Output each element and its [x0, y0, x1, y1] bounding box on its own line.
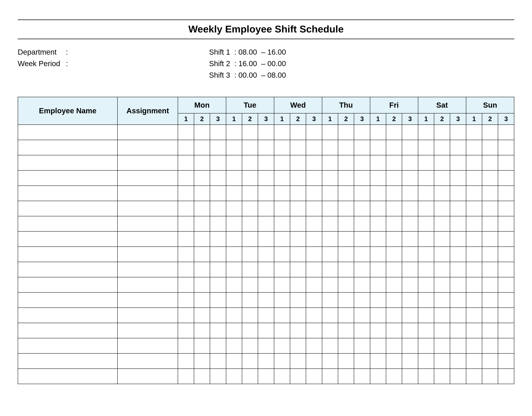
- cell-shift: [242, 201, 258, 216]
- cell-shift: [482, 247, 498, 262]
- cell-shift: [370, 247, 386, 262]
- cell-shift: [418, 125, 434, 140]
- table-row: [18, 308, 514, 323]
- cell-shift: [498, 323, 514, 338]
- header-shiftnum: 2: [338, 113, 354, 125]
- cell-employee: [18, 323, 117, 338]
- cell-shift: [466, 338, 482, 353]
- cell-shift: [498, 262, 514, 277]
- cell-shift: [482, 170, 498, 186]
- cell-shift: [178, 338, 194, 353]
- cell-shift: [402, 231, 418, 247]
- cell-shift: [178, 231, 194, 247]
- cell-shift: [386, 140, 402, 155]
- header-day-tue: Tue: [226, 97, 274, 113]
- cell-shift: [258, 308, 274, 323]
- shift-1-line: Shift 1 : 08.00 – 16.00: [209, 46, 514, 58]
- cell-shift: [322, 353, 338, 369]
- cell-shift: [210, 231, 226, 247]
- cell-shift: [466, 353, 482, 369]
- cell-shift: [354, 216, 370, 231]
- cell-employee: [18, 216, 117, 231]
- header-shiftnum: 2: [434, 113, 450, 125]
- schedule-body: [18, 125, 514, 384]
- cell-shift: [370, 216, 386, 231]
- cell-shift: [274, 353, 290, 369]
- cell-shift: [322, 186, 338, 201]
- cell-shift: [498, 125, 514, 140]
- cell-shift: [338, 140, 354, 155]
- header-shiftnum: 1: [466, 113, 482, 125]
- cell-shift: [482, 186, 498, 201]
- cell-shift: [178, 125, 194, 140]
- cell-shift: [178, 216, 194, 231]
- cell-shift: [482, 216, 498, 231]
- cell-shift: [370, 125, 386, 140]
- cell-shift: [242, 292, 258, 308]
- cell-shift: [290, 186, 306, 201]
- cell-shift: [306, 262, 322, 277]
- header-shiftnum: 3: [498, 113, 514, 125]
- header-shiftnum: 3: [354, 113, 370, 125]
- cell-shift: [418, 277, 434, 292]
- cell-shift: [274, 292, 290, 308]
- cell-shift: [290, 231, 306, 247]
- cell-shift: [338, 231, 354, 247]
- header-shiftnum: 3: [210, 113, 226, 125]
- cell-shift: [370, 140, 386, 155]
- shift-3-line: Shift 3 : 00.00 – 08.00: [209, 69, 514, 81]
- cell-shift: [242, 186, 258, 201]
- cell-shift: [178, 170, 194, 186]
- header-assignment: Assignment: [117, 97, 178, 125]
- cell-shift: [498, 353, 514, 369]
- cell-shift: [434, 170, 450, 186]
- cell-shift: [466, 201, 482, 216]
- cell-shift: [466, 308, 482, 323]
- table-row: [18, 292, 514, 308]
- cell-shift: [354, 140, 370, 155]
- cell-shift: [210, 140, 226, 155]
- cell-shift: [450, 216, 466, 231]
- cell-shift: [178, 140, 194, 155]
- cell-shift: [482, 140, 498, 155]
- cell-shift: [226, 323, 242, 338]
- cell-shift: [178, 247, 194, 262]
- cell-shift: [482, 323, 498, 338]
- cell-shift: [226, 170, 242, 186]
- cell-shift: [482, 262, 498, 277]
- cell-shift: [482, 353, 498, 369]
- header-day-sat: Sat: [418, 97, 466, 113]
- schedule-table: Employee Name Assignment Mon Tue Wed Thu…: [18, 97, 514, 384]
- table-row: [18, 247, 514, 262]
- cell-employee: [18, 262, 117, 277]
- cell-shift: [306, 338, 322, 353]
- cell-shift: [434, 216, 450, 231]
- cell-shift: [290, 292, 306, 308]
- cell-shift: [402, 247, 418, 262]
- cell-shift: [322, 308, 338, 323]
- cell-shift: [306, 140, 322, 155]
- cell-shift: [354, 277, 370, 292]
- cell-shift: [370, 186, 386, 201]
- cell-shift: [322, 338, 338, 353]
- cell-shift: [306, 201, 322, 216]
- cell-shift: [450, 125, 466, 140]
- cell-shift: [210, 262, 226, 277]
- cell-shift: [450, 338, 466, 353]
- week-period-label: Week Period: [18, 58, 64, 69]
- header-shiftnum: 1: [178, 113, 194, 125]
- cell-shift: [178, 277, 194, 292]
- cell-shift: [450, 170, 466, 186]
- cell-shift: [322, 155, 338, 170]
- cell-shift: [290, 155, 306, 170]
- cell-shift: [402, 186, 418, 201]
- cell-shift: [466, 170, 482, 186]
- cell-shift: [386, 338, 402, 353]
- cell-shift: [322, 247, 338, 262]
- cell-shift: [258, 277, 274, 292]
- cell-shift: [418, 216, 434, 231]
- cell-shift: [242, 231, 258, 247]
- cell-shift: [242, 262, 258, 277]
- cell-shift: [242, 155, 258, 170]
- cell-shift: [322, 231, 338, 247]
